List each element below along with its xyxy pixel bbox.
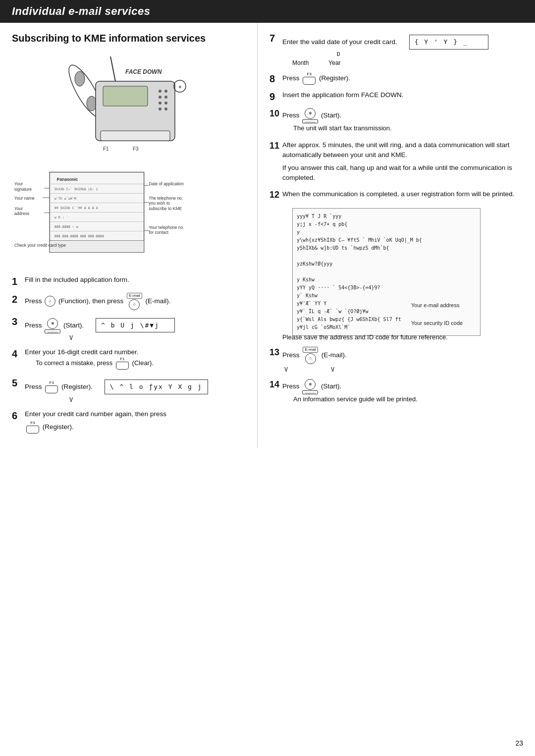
step-5-press: Press bbox=[25, 383, 44, 390]
step-5: 5 Press F3 (Register). \ ^ l o ƒyx Y X g… bbox=[12, 377, 248, 404]
page-content: Subscribing to KME information services bbox=[0, 23, 535, 447]
step-13-press: Press bbox=[282, 351, 301, 359]
display-7: { Y ' Y } _ bbox=[409, 35, 488, 50]
svg-rect-14 bbox=[101, 131, 170, 141]
step-13: 13 Press E-mail ○ (E-mail). V V bbox=[269, 347, 526, 374]
step-9-text: Insert the application form FACE DOWN. bbox=[282, 91, 404, 99]
step-6-content: Enter your credit card number again, the… bbox=[25, 409, 248, 433]
step-14-end: (Start). bbox=[321, 382, 341, 390]
step-4: 4 Enter your 16-digit credit card number… bbox=[12, 347, 248, 372]
id-label: Your security ID code bbox=[411, 319, 463, 327]
f1-clear-button[interactable]: F1 bbox=[116, 357, 129, 370]
email-button-13[interactable]: E-mail ○ bbox=[303, 347, 318, 364]
step-6: 6 Enter your credit card number again, t… bbox=[12, 409, 248, 433]
email-label: Your e-mail address bbox=[411, 301, 463, 310]
start-button-10[interactable]: ⊕ ——— bbox=[302, 108, 318, 123]
svg-text:Your name: Your name bbox=[14, 196, 35, 201]
fax-diagram: FACE DOWN F1 F3 ⊕ · · · bbox=[12, 52, 248, 161]
reg-form-area: yyy¥ T J R `yyy y¦j x -f<7+ q pb{ y y\wh… bbox=[282, 203, 526, 342]
svg-text:F1: F1 bbox=[103, 146, 109, 152]
page-number: 23 bbox=[515, 739, 523, 747]
svg-text:The telephone no.: The telephone no. bbox=[149, 196, 183, 201]
display-5: \ ^ l o ƒyx Y X g j bbox=[105, 379, 208, 394]
step-8-num: 8 bbox=[269, 72, 280, 85]
svg-point-9 bbox=[164, 96, 167, 99]
step-2-num: 2 bbox=[12, 293, 23, 306]
step-13-v: V V bbox=[284, 365, 526, 374]
step-9-content: Insert the application form FACE DOWN. bbox=[282, 90, 526, 100]
step-11-num: 11 bbox=[269, 140, 280, 152]
svg-text:FACE DOWN: FACE DOWN bbox=[125, 68, 162, 75]
svg-rect-5 bbox=[103, 86, 148, 106]
form-diagram: Panasonic ShIXb C—` ShIXb& |b: { w`Th w`… bbox=[12, 167, 248, 268]
f3-button-5[interactable]: F3 bbox=[45, 381, 58, 393]
display-5-sub: V bbox=[69, 395, 248, 404]
step-14-press: Press bbox=[282, 382, 301, 390]
svg-text:w`Th                w`uH`M: w`Th w`uH`M bbox=[54, 197, 76, 201]
step-2-mid: (Function), then press bbox=[58, 297, 125, 305]
step-13-content: Press E-mail ○ (E-mail). V V bbox=[282, 347, 526, 374]
svg-text:for contact: for contact bbox=[149, 230, 169, 235]
fax-machine-svg: FACE DOWN F1 F3 ⊕ · · · bbox=[61, 52, 200, 161]
step-14: 14 Press ⊕ ——— (Start). An information s… bbox=[269, 379, 526, 406]
form-svg: Panasonic ShIXb C—` ShIXb& |b: { w`Th w`… bbox=[12, 167, 210, 267]
svg-text:you wish to: you wish to bbox=[149, 201, 170, 206]
display-3-sub: V bbox=[69, 333, 248, 342]
start-button-14[interactable]: ⊕ ——— bbox=[302, 379, 318, 394]
step-11-content: After approx. 5 minutes, the unit will r… bbox=[282, 140, 526, 184]
step-4-num: 4 bbox=[12, 347, 23, 360]
f3-button-6[interactable]: F3 bbox=[26, 421, 39, 433]
svg-text:Your: Your bbox=[14, 206, 23, 211]
step-7: 7 Enter the valid date of your credit ca… bbox=[269, 32, 526, 67]
step-8-end: (Register). bbox=[319, 74, 350, 82]
step-12-text: When the communication is completed, a u… bbox=[282, 189, 526, 199]
step-6-end: (Register). bbox=[43, 423, 74, 431]
svg-point-11 bbox=[164, 102, 167, 105]
step-3-end: (Start). bbox=[63, 322, 84, 329]
step-10-content: Press ⊕ ——— (Start). The unit will start… bbox=[282, 108, 526, 135]
step-2-end: (E-mail). bbox=[146, 297, 171, 305]
step-14-content: Press ⊕ ——— (Start). An information serv… bbox=[282, 379, 526, 406]
svg-text:w D :   `: w D : ` bbox=[54, 216, 68, 219]
page-title: Individual e-mail services bbox=[12, 5, 151, 17]
section-title: Subscribing to KME information services bbox=[12, 32, 248, 45]
step-1-num: 1 bbox=[12, 275, 23, 288]
email-button-2[interactable]: E-mail ○ bbox=[127, 293, 142, 310]
step-12-num: 12 bbox=[269, 189, 280, 201]
step-1: 1 Fill in the included application form. bbox=[12, 275, 248, 288]
f3-button-8[interactable]: F3 bbox=[303, 72, 316, 85]
step-10-sub: The unit will start fax transmission. bbox=[293, 123, 526, 133]
svg-point-1 bbox=[75, 71, 85, 86]
step-11: 11 After approx. 5 minutes, the unit wil… bbox=[269, 140, 526, 184]
svg-point-12 bbox=[159, 108, 161, 110]
step-6-num: 6 bbox=[12, 409, 23, 422]
svg-text:⊕: ⊕ bbox=[178, 85, 181, 89]
step-9: 9 Insert the application form FACE DOWN. bbox=[269, 90, 526, 103]
svg-point-7 bbox=[164, 90, 167, 93]
right-column: 7 Enter the valid date of your credit ca… bbox=[258, 23, 535, 447]
step-7-num: 7 bbox=[269, 32, 280, 45]
svg-text:signature: signature bbox=[14, 187, 32, 192]
svg-text:·: · bbox=[114, 54, 115, 58]
svg-text:Check your credit card type: Check your credit card type bbox=[14, 243, 66, 248]
svg-text:Your: Your bbox=[14, 181, 23, 186]
svg-text:ShIXb C—`   ShIXb&  |b: {: ShIXb C—` ShIXb& |b: { bbox=[54, 187, 98, 191]
step-2-content: Press ○ (Function), then press E-mail ○ … bbox=[25, 293, 248, 310]
step-14-num: 14 bbox=[269, 379, 280, 390]
display-3: ^ b U j \#▼j bbox=[96, 318, 175, 333]
step-13-end: (E-mail). bbox=[321, 351, 347, 359]
svg-text:Date of application: Date of application bbox=[149, 181, 184, 186]
svg-text:888-8888          ~ w: 888-8888 ~ w bbox=[54, 225, 78, 229]
step-13-num: 13 bbox=[269, 347, 280, 358]
function-button[interactable]: ○ bbox=[45, 296, 55, 307]
svg-text:·: · bbox=[113, 57, 114, 61]
step-1-content: Fill in the included application form. bbox=[25, 275, 248, 285]
start-button-3[interactable]: ⊕ ——— bbox=[45, 318, 60, 333]
step-11-text: After approx. 5 minutes, the unit will r… bbox=[282, 140, 526, 161]
svg-point-2 bbox=[87, 96, 97, 111]
svg-text:address: address bbox=[14, 211, 29, 216]
step-3-press: Press bbox=[25, 322, 44, 329]
left-column: Subscribing to KME information services bbox=[0, 23, 258, 447]
step-12: 12 When the communication is completed, … bbox=[269, 189, 526, 342]
display-7-d: D bbox=[337, 51, 526, 59]
